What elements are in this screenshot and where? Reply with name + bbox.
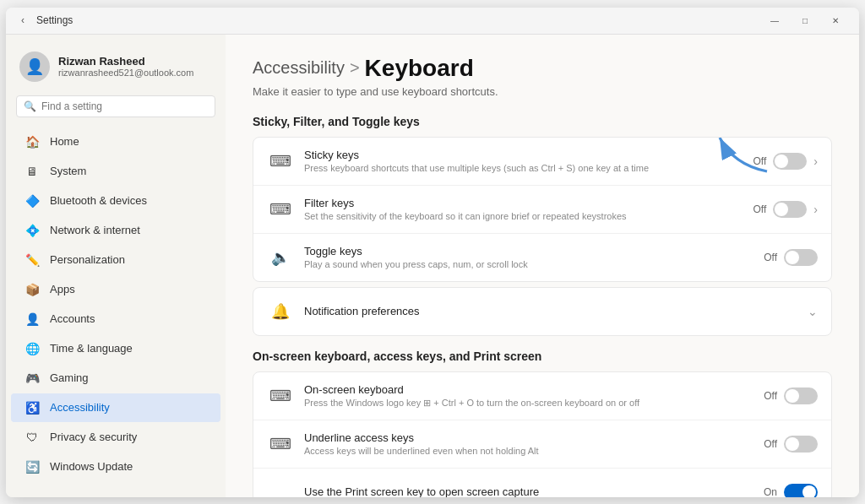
breadcrumb: Accessibility > Keyboard [253, 55, 832, 82]
filter-keys-toggle-label: Off [753, 203, 767, 215]
sidebar-item-system[interactable]: 🖥System [11, 157, 220, 186]
avatar: 👤 [19, 51, 50, 82]
underline-access-toggle-label: Off [764, 438, 777, 450]
underline-access-control: Off [764, 436, 818, 453]
onscreen-keyboard-text: On-screen keyboard Press the Windows log… [304, 383, 753, 409]
toggle-keys-text: Toggle keys Play a sound when you press … [304, 245, 753, 269]
filter-keys-toggle[interactable] [773, 201, 807, 218]
sticky-keys-title: Sticky keys [304, 149, 743, 161]
notification-prefs-row[interactable]: 🔔 Notification preferences ⌄ [253, 287, 832, 336]
toggle-keys-title: Toggle keys [304, 245, 753, 257]
minimize-button[interactable]: — [761, 12, 788, 29]
toggle-keys-toggle[interactable] [784, 249, 818, 266]
filter-keys-title: Filter keys [304, 197, 743, 209]
print-screen-title: Use the Print screen key to open screen … [304, 485, 753, 497]
sidebar-item-personalization[interactable]: ✏️Personalization [11, 246, 220, 274]
sidebar-label-apps: Apps [50, 283, 75, 295]
print-screen-toggle-label: On [764, 486, 777, 497]
page-title: Keyboard [365, 55, 474, 82]
personalization-icon: ✏️ [24, 252, 40, 268]
breadcrumb-separator: > [350, 58, 360, 78]
underline-access-title: Underline access keys [304, 431, 753, 444]
search-icon: 🔍 [24, 100, 36, 112]
main-content: Accessibility > Keyboard Make it easier … [226, 35, 859, 497]
sidebar-label-windows-update: Windows Update [50, 460, 133, 473]
user-profile: 👤 Rizwan Rasheed rizwanrasheed521@outloo… [6, 45, 226, 95]
toggle-keys-row: 🔈 Toggle keys Play a sound when you pres… [253, 234, 831, 281]
accessibility-icon: ♿ [24, 400, 40, 415]
search-box[interactable]: 🔍 [16, 95, 215, 117]
notification-prefs-icon: 🔔 [267, 298, 294, 325]
sidebar-item-network[interactable]: 💠Network & internet [11, 216, 220, 245]
filter-keys-text: Filter keys Set the sensitivity of the k… [304, 197, 743, 221]
nav-list: 🏠Home🖥System🔷Bluetooth & devices💠Network… [6, 127, 226, 481]
back-button[interactable]: ‹ [16, 14, 30, 27]
sidebar-item-apps[interactable]: 📦Apps [11, 275, 220, 304]
sticky-keys-desc: Press keyboard shortcuts that use multip… [304, 163, 743, 173]
bluetooth-icon: 🔷 [24, 193, 40, 209]
print-screen-control: On [764, 484, 818, 497]
titlebar: ‹ Settings — □ ✕ [6, 8, 859, 35]
settings-window: ‹ Settings — □ ✕ 👤 Rizwan Rasheed rizwan… [6, 8, 859, 497]
accounts-icon: 👤 [24, 312, 40, 327]
gaming-icon: 🎮 [24, 371, 40, 386]
onscreen-keyboard-card: ⌨ On-screen keyboard Press the Windows l… [253, 371, 832, 497]
print-screen-toggle[interactable] [784, 484, 818, 497]
close-button[interactable]: ✕ [822, 12, 849, 29]
print-screen-text: Use the Print screen key to open screen … [304, 485, 753, 497]
sidebar-item-bluetooth[interactable]: 🔷Bluetooth & devices [11, 187, 220, 215]
filter-keys-desc: Set the sensitivity of the keyboard so i… [304, 211, 743, 221]
sidebar-label-network: Network & internet [50, 224, 140, 236]
onscreen-keyboard-icon: ⌨ [267, 382, 294, 409]
toggle-keys-toggle-label: Off [764, 252, 777, 263]
underline-access-row: ⌨ Underline access keys Access keys will… [253, 420, 831, 469]
sticky-keys-chevron[interactable]: › [813, 154, 818, 168]
sticky-keys-text: Sticky keys Press keyboard shortcuts tha… [304, 149, 743, 173]
notification-prefs-text: Notification preferences [304, 305, 797, 317]
notification-prefs-chevron[interactable]: ⌄ [808, 305, 818, 318]
network-icon: 💠 [24, 223, 40, 238]
onscreen-keyboard-toggle[interactable] [784, 387, 818, 404]
underline-access-toggle[interactable] [784, 436, 818, 453]
toggle-keys-desc: Play a sound when you press caps, num, o… [304, 259, 753, 269]
notification-prefs-title: Notification preferences [304, 305, 797, 317]
toggle-keys-icon: 🔈 [267, 244, 294, 271]
apps-icon: 📦 [24, 282, 40, 297]
home-icon: 🏠 [24, 134, 40, 149]
sidebar-label-accounts: Accounts [50, 312, 95, 325]
section-title-onscreen: On-screen keyboard, access keys, and Pri… [253, 350, 832, 363]
onscreen-keyboard-row: ⌨ On-screen keyboard Press the Windows l… [253, 372, 831, 420]
onscreen-keyboard-title: On-screen keyboard [304, 383, 753, 396]
maximize-button[interactable]: □ [792, 12, 819, 29]
sticky-filter-toggle-card: ⌨ Sticky keys Press keyboard shortcuts t… [253, 137, 832, 282]
sidebar-item-time[interactable]: 🌐Time & language [11, 334, 220, 363]
underline-access-icon: ⌨ [267, 431, 294, 458]
section-title-sticky: Sticky, Filter, and Toggle keys [253, 115, 832, 128]
user-email: rizwanrasheed521@outlook.com [58, 68, 193, 78]
titlebar-title: Settings [36, 14, 73, 26]
titlebar-left: ‹ Settings [16, 14, 73, 27]
sticky-keys-icon: ⌨ [267, 148, 294, 175]
sidebar-item-home[interactable]: 🏠Home [11, 127, 220, 156]
sidebar-item-accessibility[interactable]: ♿Accessibility [11, 393, 220, 422]
sidebar-item-privacy[interactable]: 🛡Privacy & security [11, 423, 220, 452]
sidebar-item-gaming[interactable]: 🎮Gaming [11, 364, 220, 393]
search-input[interactable] [41, 100, 208, 112]
sidebar: 👤 Rizwan Rasheed rizwanrasheed521@outloo… [6, 35, 226, 497]
filter-keys-control: Off › [753, 201, 818, 218]
sidebar-item-accounts[interactable]: 👤Accounts [11, 305, 220, 333]
sidebar-label-accessibility: Accessibility [50, 401, 110, 414]
filter-keys-chevron[interactable]: › [813, 203, 818, 216]
print-screen-row: Use the Print screen key to open screen … [253, 469, 831, 497]
breadcrumb-accessibility[interactable]: Accessibility [253, 58, 345, 78]
print-screen-icon [267, 479, 294, 497]
privacy-icon: 🛡 [24, 430, 40, 445]
user-info: Rizwan Rasheed rizwanrasheed521@outlook.… [58, 55, 193, 78]
filter-keys-row: ⌨ Filter keys Set the sensitivity of the… [253, 186, 831, 234]
underline-access-desc: Access keys will be underlined even when… [304, 446, 753, 456]
sidebar-label-personalization: Personalization [50, 253, 125, 266]
sticky-keys-toggle-label: Off [753, 155, 767, 167]
sticky-keys-toggle[interactable] [773, 153, 807, 170]
user-name: Rizwan Rasheed [58, 55, 193, 68]
sidebar-item-windows-update[interactable]: 🔄Windows Update [11, 453, 220, 481]
